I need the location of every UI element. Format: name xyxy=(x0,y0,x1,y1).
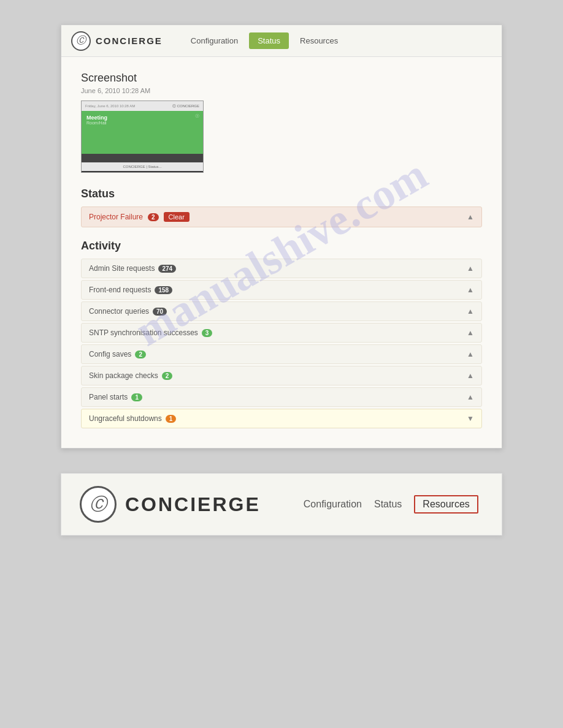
activity-section-title: Activity xyxy=(81,240,482,252)
bottom-logo-text: CONCIERGE xyxy=(125,493,261,516)
bottom-nav-resources[interactable]: Resources xyxy=(414,495,478,514)
activity-list: Admin Site requests 274 ▲ Front-end requ… xyxy=(81,259,482,428)
screenshot-thumbnail: Friday, June 6, 2010 10:28 AM Ⓒ CONCIERG… xyxy=(81,100,204,173)
activity-badge: 2 xyxy=(162,372,173,380)
nav-item-resources[interactable]: Resources xyxy=(291,32,347,49)
activity-label: Ungraceful shutdowns 1 xyxy=(89,414,176,423)
bottom-nav-status[interactable]: Status xyxy=(374,499,402,510)
chevron-up-icon: ▲ xyxy=(467,213,474,221)
bottom-nav: Configuration Status Resources xyxy=(304,495,478,514)
activity-row-sntp[interactable]: SNTP synchronisation successes 3 ▲ xyxy=(81,323,482,343)
activity-badge: 1 xyxy=(166,415,177,423)
status-row-projector[interactable]: Projector Failure 2 Clear ▲ xyxy=(81,207,482,227)
activity-label: Connector queries 70 xyxy=(89,307,167,316)
logo-icon: Ⓒ xyxy=(71,31,91,51)
nav-items: Configuration Status Resources xyxy=(182,32,347,49)
chevron-up-icon: ▲ xyxy=(467,371,474,380)
activity-label: Config saves 2 xyxy=(89,350,146,358)
thumb-meeting-label: Meeting xyxy=(86,115,198,121)
activity-row-connector[interactable]: Connector queries 70 ▲ xyxy=(81,301,482,321)
thumb-meeting-sub: Room/Hall xyxy=(86,121,198,125)
activity-row-panel[interactable]: Panel starts 1 ▲ xyxy=(81,387,482,407)
status-label: Projector Failure xyxy=(89,213,143,221)
activity-badge: 2 xyxy=(135,351,146,358)
activity-label: Skin package checks 2 xyxy=(89,371,172,380)
bottom-logo-icon: Ⓒ xyxy=(80,486,117,523)
screenshot-date: June 6, 2010 10:28 AM xyxy=(81,87,482,94)
status-row-content: Projector Failure 2 Clear xyxy=(89,212,190,222)
chevron-up-icon: ▲ xyxy=(467,264,474,273)
nav-item-configuration[interactable]: Configuration xyxy=(182,32,247,49)
activity-badge: 158 xyxy=(155,286,172,294)
thumb-header: Friday, June 6, 2010 10:28 AM Ⓒ CONCIERG… xyxy=(82,101,203,111)
chevron-up-icon: ▲ xyxy=(467,328,474,337)
activity-badge: 70 xyxy=(153,308,167,316)
thumb-corner-icon: ☉ xyxy=(195,113,199,119)
logo-text: CONCIERGE xyxy=(96,36,163,46)
bottom-logo-area: Ⓒ CONCIERGE xyxy=(80,486,261,523)
main-content: manualshive.com Screenshot June 6, 2010 … xyxy=(61,57,502,448)
chevron-up-icon: ▲ xyxy=(467,286,474,294)
activity-badge: 1 xyxy=(131,393,142,401)
bottom-bar: Ⓒ CONCIERGE Configuration Status Resourc… xyxy=(61,473,502,536)
activity-row-ungraceful[interactable]: Ungraceful shutdowns 1 ▼ xyxy=(81,409,482,428)
status-section-title: Status xyxy=(81,188,482,200)
chevron-up-icon: ▲ xyxy=(467,307,474,316)
activity-badge: 274 xyxy=(158,265,176,273)
activity-row-frontend[interactable]: Front-end requests 158 ▲ xyxy=(81,280,482,300)
activity-row-admin[interactable]: Admin Site requests 274 ▲ xyxy=(81,259,482,278)
chevron-down-icon: ▼ xyxy=(467,414,474,423)
thumb-footer: CONCIERGE | Status... xyxy=(82,162,203,171)
clear-button[interactable]: Clear xyxy=(164,212,190,222)
thumb-green-area: Meeting Room/Hall ☉ xyxy=(82,111,203,154)
activity-label: Front-end requests 158 xyxy=(89,286,172,294)
activity-label: SNTP synchronisation successes 3 xyxy=(89,328,212,337)
activity-section: Activity Admin Site requests 274 ▲ Front… xyxy=(81,240,482,428)
logo-area: Ⓒ CONCIERGE xyxy=(71,31,163,51)
thumb-logo: Ⓒ CONCIERGE xyxy=(172,104,199,109)
status-section: Status Projector Failure 2 Clear ▲ xyxy=(81,188,482,227)
activity-row-skin[interactable]: Skin package checks 2 ▲ xyxy=(81,366,482,385)
bottom-nav-configuration[interactable]: Configuration xyxy=(304,499,362,510)
top-nav: Ⓒ CONCIERGE Configuration Status Resourc… xyxy=(61,25,502,57)
chevron-up-icon: ▲ xyxy=(467,350,474,358)
activity-row-config[interactable]: Config saves 2 ▲ xyxy=(81,344,482,364)
thumb-date: Friday, June 6, 2010 10:28 AM xyxy=(85,104,135,108)
screenshot-title: Screenshot xyxy=(81,72,482,85)
chevron-up-icon: ▲ xyxy=(467,393,474,401)
nav-item-status[interactable]: Status xyxy=(249,32,289,49)
screenshot-section: Screenshot June 6, 2010 10:28 AM Friday,… xyxy=(81,72,482,173)
activity-badge: 3 xyxy=(202,329,213,337)
status-badge-count: 2 xyxy=(148,213,159,221)
thumb-controls-bar xyxy=(82,154,203,162)
activity-label: Panel starts 1 xyxy=(89,393,142,401)
app-panel: Ⓒ CONCIERGE Configuration Status Resourc… xyxy=(61,25,502,449)
activity-label: Admin Site requests 274 xyxy=(89,264,176,273)
